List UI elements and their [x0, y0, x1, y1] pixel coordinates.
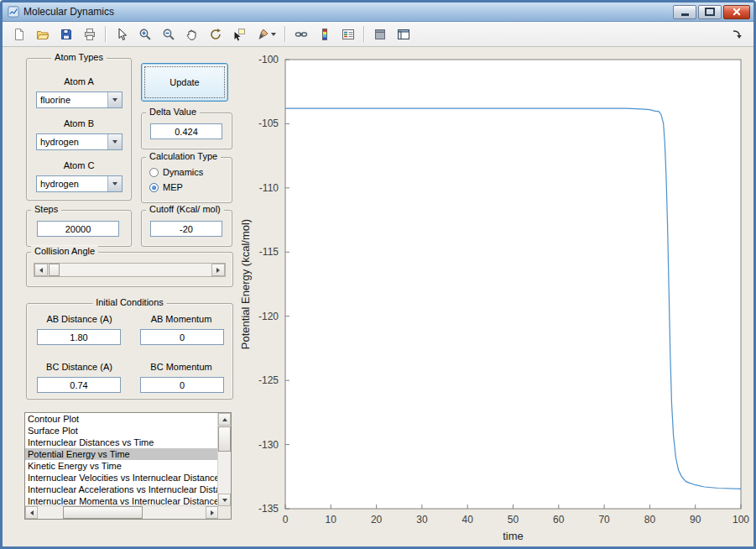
list-item[interactable]: Contour Plot: [25, 413, 218, 425]
brush-icon: [256, 28, 269, 41]
atom-a-select[interactable]: fluorine: [36, 92, 123, 108]
link-plot-button[interactable]: [290, 24, 312, 45]
save-figure-button[interactable]: [55, 24, 77, 45]
list-item[interactable]: Surface Plot: [25, 425, 218, 437]
svg-text:10: 10: [326, 514, 337, 525]
plot-area: 0102030405060708090100-135-130-125-120-1…: [236, 47, 753, 549]
list-item[interactable]: Internuclear Velocities vs Internuclear …: [25, 472, 218, 484]
chevron-down-icon[interactable]: [271, 33, 276, 36]
ab-distance-label: AB Distance (A): [31, 314, 128, 324]
steps-panel: Steps: [26, 210, 132, 247]
close-button[interactable]: [723, 5, 750, 19]
legend-icon: [342, 28, 355, 41]
panel-title: Initial Conditions: [92, 297, 167, 307]
atom-a-label: Atom A: [27, 76, 131, 86]
data-cursor-button[interactable]: [228, 24, 250, 45]
data-cursor-icon: [232, 28, 246, 41]
titlebar[interactable]: Molecular Dynamics: [3, 3, 753, 22]
maximize-icon: [705, 8, 715, 16]
radio-icon[interactable]: [149, 183, 159, 192]
list-item[interactable]: Internuclear Distances vs Time: [25, 437, 218, 448]
pan-button[interactable]: [181, 24, 203, 45]
delta-value-field[interactable]: [150, 123, 222, 139]
bc-distance-field[interactable]: [37, 377, 121, 393]
show-plot-tools-button[interactable]: [393, 24, 414, 45]
edit-plot-button[interactable]: [111, 24, 133, 45]
list-item[interactable]: Potential Energy vs Time: [25, 448, 218, 460]
minimize-icon: [681, 13, 689, 16]
bc-momentum-field[interactable]: [140, 377, 224, 393]
toolbar-separator: [284, 26, 286, 42]
zoom-out-icon: [162, 28, 175, 41]
update-button[interactable]: Update: [141, 63, 228, 102]
ab-momentum-field[interactable]: [140, 329, 224, 345]
open-file-button[interactable]: [32, 24, 54, 45]
scroll-right-button[interactable]: [206, 506, 218, 519]
toolbar-separator: [105, 26, 107, 42]
slider-thumb[interactable]: [49, 264, 60, 276]
panel-title: Calculation Type: [146, 151, 221, 161]
hide-plot-tools-icon: [373, 28, 387, 41]
slider-right-arrow[interactable]: [211, 264, 225, 276]
zoom-in-button[interactable]: [134, 24, 156, 45]
atom-b-label: Atom B: [27, 118, 131, 128]
svg-text:60: 60: [553, 514, 565, 525]
scroll-up-button[interactable]: [218, 413, 231, 426]
cutoff-panel: Cutoff (Kcal/ mol): [141, 210, 232, 247]
atom-b-value: hydrogen: [37, 137, 107, 147]
window-title: Molecular Dynamics: [23, 6, 673, 18]
cursor-arrow-icon: [115, 28, 128, 41]
radio-dynamics-label: Dynamics: [163, 167, 203, 177]
scroll-down-button[interactable]: [218, 494, 231, 506]
list-item[interactable]: Kinetic Energy vs Time: [25, 460, 218, 472]
chevron-down-icon[interactable]: [107, 92, 122, 107]
collision-angle-slider[interactable]: [34, 263, 226, 277]
bc-momentum-label: BC Momentum: [134, 362, 228, 372]
slider-left-arrow[interactable]: [34, 264, 48, 276]
chevron-down-icon[interactable]: [107, 134, 122, 149]
svg-text:-130: -130: [258, 439, 279, 451]
colorbar-icon: [318, 28, 331, 41]
horizontal-scroll-thumb[interactable]: [63, 506, 143, 519]
vertical-scrollbar[interactable]: [217, 413, 231, 506]
plot-type-listbox[interactable]: Contour PlotSurface PlotInternuclear Dis…: [24, 412, 232, 520]
calculation-type-panel: Calculation Type Dynamics MEP: [141, 157, 232, 203]
ab-distance-field[interactable]: [37, 329, 121, 345]
panel-title: Collision Angle: [31, 246, 98, 256]
bc-distance-label: BC Distance (A): [31, 362, 128, 372]
atom-b-select[interactable]: hydrogen: [36, 133, 123, 150]
new-document-icon: [13, 28, 26, 41]
dock-figure-button[interactable]: [726, 24, 748, 45]
list-item[interactable]: Internuclear Accelerations vs Internucle…: [25, 484, 218, 495]
insert-legend-button[interactable]: [337, 24, 359, 45]
atom-a-value: fluorine: [37, 95, 107, 105]
insert-colorbar-button[interactable]: [314, 24, 336, 45]
chevron-down-icon[interactable]: [107, 176, 122, 191]
panel-title: Atom Types: [51, 52, 107, 62]
radio-dynamics[interactable]: Dynamics: [149, 167, 203, 177]
svg-text:90: 90: [690, 514, 701, 525]
horizontal-scrollbar[interactable]: [25, 505, 218, 519]
cutoff-field[interactable]: [150, 221, 222, 237]
maximize-button[interactable]: [698, 5, 722, 19]
minimize-button[interactable]: [673, 5, 696, 19]
printer-icon: [83, 28, 96, 41]
app-window: Molecular Dynamics Atom Types: [0, 0, 756, 549]
zoom-out-button[interactable]: [158, 24, 180, 45]
rotate-3d-button[interactable]: [205, 24, 227, 45]
radio-mep-label: MEP: [163, 182, 183, 192]
vertical-scroll-thumb[interactable]: [218, 426, 231, 452]
plot-type-list: Contour PlotSurface PlotInternuclear Dis…: [25, 413, 218, 506]
zoom-in-icon: [138, 28, 152, 41]
svg-text:50: 50: [508, 514, 519, 525]
radio-mep[interactable]: MEP: [149, 182, 183, 192]
atom-c-select[interactable]: hydrogen: [36, 175, 123, 192]
new-figure-button[interactable]: [8, 24, 30, 45]
scroll-left-button[interactable]: [25, 506, 38, 519]
svg-text:-125: -125: [258, 374, 279, 386]
print-figure-button[interactable]: [79, 24, 101, 45]
brush-button[interactable]: [252, 24, 280, 45]
steps-field[interactable]: [37, 221, 119, 237]
radio-icon[interactable]: [149, 168, 159, 177]
hide-plot-tools-button[interactable]: [369, 24, 391, 45]
